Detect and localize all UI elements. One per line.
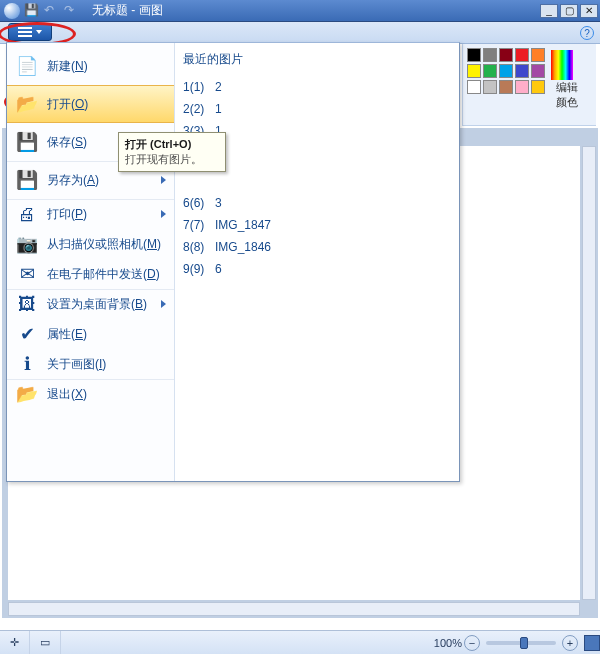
ribbon-tab-strip: ? (0, 22, 600, 44)
maximize-button[interactable]: ▢ (560, 4, 578, 18)
menu-item-wallpaper[interactable]: 🖼设置为桌面背景(B) (7, 289, 174, 319)
menu-icon (18, 27, 32, 37)
tooltip-open: 打开 (Ctrl+O) 打开现有图片。 (118, 132, 226, 172)
recent-file-index: 9(9) (183, 262, 207, 276)
menu-item-label: 在电子邮件中发送(D) (47, 266, 166, 283)
zoom-thumb[interactable] (520, 637, 528, 649)
save-icon[interactable]: 💾 (24, 3, 40, 19)
app-icon (4, 3, 20, 19)
file-menu-commands: 📄新建(N)📂打开(O)💾保存(S)💾另存为(A)🖨打印(P)📷从扫描仪或照相机… (7, 43, 175, 481)
status-bar: ✛ ▭ 100% − + (0, 630, 600, 654)
menu-item-open[interactable]: 📂打开(O) (7, 85, 174, 123)
help-icon[interactable]: ? (580, 26, 594, 40)
recent-file-name: 1 (215, 102, 222, 116)
quick-access-toolbar: 💾 ↶ ↷ (4, 3, 80, 19)
zoom-out-button[interactable]: − (464, 635, 480, 651)
recent-file-name: IMG_1847 (215, 218, 271, 232)
recent-file-name: 3 (215, 196, 222, 210)
tooltip-body: 打开现有图片。 (125, 153, 202, 165)
color-swatch[interactable] (531, 64, 545, 78)
menu-item-print[interactable]: 🖨打印(P) (7, 199, 174, 229)
color-swatch[interactable] (467, 64, 481, 78)
file-menu: 📄新建(N)📂打开(O)💾保存(S)💾另存为(A)🖨打印(P)📷从扫描仪或照相机… (6, 42, 460, 482)
spectrum-icon (551, 50, 573, 80)
color-swatch[interactable] (531, 80, 545, 94)
zoom-label: 100% (434, 637, 462, 649)
color-swatch[interactable] (483, 48, 497, 62)
color-swatch[interactable] (499, 48, 513, 62)
color-swatch[interactable] (483, 64, 497, 78)
recent-file-item[interactable]: 6(6)3 (183, 192, 451, 214)
menu-item-exit[interactable]: 📂退出(X) (7, 379, 174, 409)
recent-file-index: 6(6) (183, 196, 207, 210)
color-swatch[interactable] (467, 48, 481, 62)
color-swatch[interactable] (483, 80, 497, 94)
fullscreen-button[interactable] (584, 635, 600, 651)
color-palette[interactable] (467, 48, 545, 94)
file-menu-recent: 最近的图片 1(1)22(2)13(3)16(6)37(7)IMG_18478(… (175, 43, 459, 481)
zoom-in-button[interactable]: + (562, 635, 578, 651)
recent-file-name: IMG_1846 (215, 240, 271, 254)
file-menu-button[interactable] (8, 23, 52, 41)
color-swatch[interactable] (515, 64, 529, 78)
color-swatch[interactable] (515, 80, 529, 94)
recent-file-index: 7(7) (183, 218, 207, 232)
menu-item-label: 关于画图(I) (47, 356, 166, 373)
color-swatch[interactable] (531, 48, 545, 62)
recent-file-item[interactable]: 2(2)1 (183, 98, 451, 120)
recent-file-name: 2 (215, 80, 222, 94)
wallpaper-icon: 🖼 (15, 292, 39, 316)
color-swatch[interactable] (467, 80, 481, 94)
status-position: ✛ (0, 631, 30, 654)
recent-file-index: 1(1) (183, 80, 207, 94)
menu-item-about[interactable]: ℹ关于画图(I) (7, 349, 174, 379)
title-bar: 💾 ↶ ↷ 无标题 - 画图 _ ▢ ✕ (0, 0, 600, 22)
zoom-slider[interactable] (486, 641, 556, 645)
recent-file-item[interactable]: 1(1)2 (183, 76, 451, 98)
recent-file-item[interactable]: 7(7)IMG_1847 (183, 214, 451, 236)
recent-file-index: 8(8) (183, 240, 207, 254)
menu-item-props[interactable]: ✔属性(E) (7, 319, 174, 349)
exit-icon: 📂 (15, 382, 39, 406)
scanner-icon: 📷 (15, 232, 39, 256)
vertical-scrollbar[interactable] (582, 146, 596, 600)
recent-files-heading: 最近的图片 (183, 49, 451, 76)
color-swatch[interactable] (515, 48, 529, 62)
menu-item-label: 打开(O) (47, 96, 166, 113)
chevron-down-icon (36, 30, 42, 34)
menu-item-new[interactable]: 📄新建(N) (7, 47, 174, 85)
edit-colors-button[interactable]: 编辑颜色 (551, 48, 583, 110)
color-swatch[interactable] (499, 64, 513, 78)
chevron-right-icon (161, 210, 166, 218)
undo-icon[interactable]: ↶ (44, 3, 60, 19)
menu-item-email[interactable]: ✉在电子邮件中发送(D) (7, 259, 174, 289)
menu-item-label: 从扫描仪或照相机(M) (47, 236, 166, 253)
saveas-icon: 💾 (15, 168, 39, 192)
minimize-button[interactable]: _ (540, 4, 558, 18)
recent-file-index: 2(2) (183, 102, 207, 116)
menu-item-label: 新建(N) (47, 58, 166, 75)
open-icon: 📂 (15, 92, 39, 116)
new-icon: 📄 (15, 54, 39, 78)
print-icon: 🖨 (15, 202, 39, 226)
menu-item-scanner[interactable]: 📷从扫描仪或照相机(M) (7, 229, 174, 259)
email-icon: ✉ (15, 262, 39, 286)
recent-files-list: 1(1)22(2)13(3)16(6)37(7)IMG_18478(8)IMG_… (183, 76, 451, 280)
status-selection: ▭ (30, 631, 61, 654)
horizontal-scrollbar[interactable] (8, 602, 580, 616)
menu-item-label: 另存为(A) (47, 172, 153, 189)
window-title: 无标题 - 画图 (92, 2, 538, 19)
menu-item-label: 属性(E) (47, 326, 166, 343)
close-button[interactable]: ✕ (580, 4, 598, 18)
window-controls: _ ▢ ✕ (538, 4, 598, 18)
menu-item-label: 打印(P) (47, 206, 153, 223)
color-swatch[interactable] (499, 80, 513, 94)
save-icon: 💾 (15, 130, 39, 154)
recent-file-item[interactable]: 8(8)IMG_1846 (183, 236, 451, 258)
about-icon: ℹ (15, 352, 39, 376)
ribbon-colors-group: 编辑颜色 (462, 44, 596, 126)
redo-icon[interactable]: ↷ (64, 3, 80, 19)
recent-file-item[interactable]: 9(9)6 (183, 258, 451, 280)
chevron-right-icon (161, 176, 166, 184)
props-icon: ✔ (15, 322, 39, 346)
